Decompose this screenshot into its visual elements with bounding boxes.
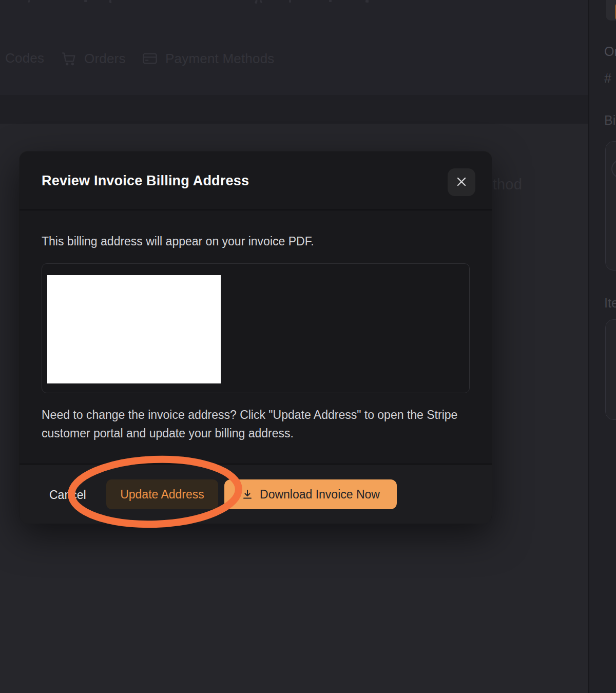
credit-card-icon (142, 50, 158, 67)
items-card (605, 319, 616, 420)
tab-orders-label: Orders (84, 51, 126, 67)
clipped-text-fragment (365, 0, 369, 3)
tab-codes[interactable]: Codes (5, 50, 44, 66)
cart-icon (61, 50, 77, 67)
update-address-button[interactable]: Update Address (106, 479, 218, 509)
close-button[interactable] (448, 168, 475, 196)
billing-label: Bil (604, 113, 616, 128)
dialog-title: Review Invoice Billing Address (42, 173, 249, 189)
clipped-text-fragment (84, 0, 87, 2)
billing-address-preview (42, 263, 470, 393)
items-label: Ite (604, 296, 616, 311)
download-invoice-label: Download Invoice Now (260, 488, 380, 502)
clipped-text-fragment (109, 0, 112, 3)
dialog-help-text: Need to change the invoice address? Clic… (42, 406, 471, 442)
cancel-button[interactable]: Cancel (44, 483, 91, 507)
order-id: # (604, 71, 611, 86)
dialog-footer: Cancel Update Address Download Invoice N… (20, 464, 492, 524)
download-invoice-button[interactable]: Download Invoice Now (224, 479, 397, 509)
download-icon (241, 488, 254, 500)
panel-header-chip (606, 0, 616, 21)
clipped-text-fragment (289, 0, 291, 3)
tab-codes-label: Codes (5, 50, 44, 66)
review-invoice-dialog: Review Invoice Billing Address This bill… (20, 151, 492, 523)
redacted-address-block (47, 275, 221, 383)
top-bar (0, 0, 588, 96)
order-summary-panel: Or # Bil Ite (588, 0, 616, 693)
toolbar-band (0, 96, 588, 124)
clipped-text-fragment (329, 0, 332, 2)
tab-payment-methods[interactable]: Payment Methods (142, 50, 275, 67)
tab-payment-methods-label: Payment Methods (165, 51, 275, 67)
order-label: Or (604, 44, 616, 59)
tab-orders[interactable]: Orders (61, 50, 126, 67)
billing-card (605, 141, 616, 271)
close-icon (455, 176, 468, 189)
dialog-header: Review Invoice Billing Address (20, 151, 492, 210)
dialog-description: This billing address will appear on your… (42, 235, 314, 248)
